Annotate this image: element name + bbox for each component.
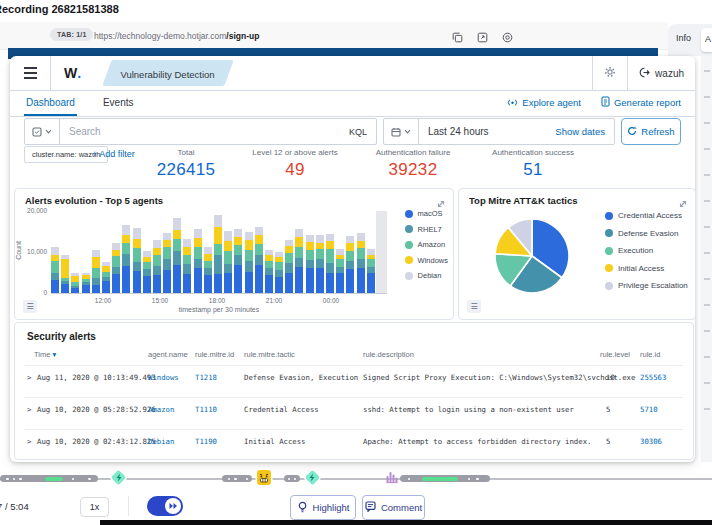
stacked-bar[interactable] [183, 211, 191, 293]
stacked-bar[interactable] [306, 211, 314, 293]
refresh-button[interactable]: Refresh [621, 118, 681, 145]
bar-segment-Windows [336, 255, 344, 260]
query-language-label[interactable]: KQL [349, 127, 376, 137]
stacked-bar[interactable] [265, 211, 273, 293]
column-header-rule-id[interactable]: rule.id [640, 350, 660, 359]
stacked-bar[interactable] [194, 211, 202, 293]
legend-item-defense-evasion[interactable]: Defense Evasion [605, 229, 688, 238]
stacked-bar[interactable] [82, 211, 90, 293]
stacked-bar[interactable] [316, 211, 324, 293]
legend-item-initial-access[interactable]: Initial Access [605, 264, 688, 273]
explore-agent-button[interactable]: Explore agent [507, 97, 581, 109]
show-dates-link[interactable]: Show dates [555, 126, 614, 137]
tab-events[interactable]: Events [101, 97, 136, 116]
menu-button[interactable] [10, 56, 51, 90]
lightning-marker-icon[interactable] [111, 470, 126, 485]
add-filter-link[interactable]: + Add filter [92, 149, 135, 159]
cell-agent-name[interactable]: Debian [148, 437, 174, 446]
stacked-bar[interactable] [357, 211, 365, 293]
legend-item-Debian[interactable]: Debian [405, 271, 448, 280]
stacked-bar[interactable] [51, 211, 59, 293]
playback-timeline[interactable] [0, 478, 712, 480]
stacked-bar[interactable] [122, 211, 130, 293]
cell-rule-id[interactable]: 255563 [640, 373, 666, 382]
legend-item-credential-access[interactable]: Credential Access [605, 211, 688, 220]
legend-item-Amazon[interactable]: Amazon [405, 240, 448, 249]
stacked-bar[interactable] [295, 211, 303, 293]
stacked-bar[interactable] [346, 211, 354, 293]
calendar-icon[interactable] [384, 119, 419, 144]
cell-agent-name[interactable]: Windows [148, 373, 179, 382]
cell-rule-id[interactable]: 30306 [640, 437, 662, 446]
cell-rule-mitre-id[interactable]: T1218 [195, 373, 217, 382]
stacked-bar[interactable] [275, 211, 283, 293]
playback-speed-button[interactable]: 1x [80, 497, 109, 517]
frustration-marker-icon[interactable] [257, 470, 271, 485]
breadcrumb[interactable]: Vulnerability Detection [102, 60, 234, 86]
popout-icon[interactable] [477, 29, 488, 47]
stacked-bar[interactable] [367, 211, 375, 293]
stacked-bar[interactable] [153, 211, 161, 293]
stacked-bar[interactable] [204, 211, 212, 293]
column-header-rule-description[interactable]: rule.description [363, 350, 414, 359]
legend-item-Windows[interactable]: Windows [405, 256, 448, 265]
row-expand-caret[interactable]: > [27, 405, 31, 414]
legend-item-macOS[interactable]: macOS [405, 209, 448, 218]
stacked-bar[interactable] [245, 211, 253, 293]
tab-next-partial[interactable]: A [701, 28, 712, 52]
stacked-bar[interactable] [133, 211, 141, 293]
pie-chart [492, 216, 572, 296]
row-expand-caret[interactable]: > [27, 437, 31, 446]
highlight-button[interactable]: Highlight [290, 495, 356, 520]
wazuh-logo[interactable]: W. [51, 56, 95, 90]
cell-agent-name[interactable]: Amazon [148, 405, 174, 414]
legend-toggle-icon[interactable]: ☰ [467, 300, 481, 313]
settings-button[interactable] [592, 56, 627, 90]
stacked-bar[interactable] [102, 211, 110, 293]
skip-pauses-toggle[interactable] [147, 496, 183, 516]
legend-item-privilege-escalation[interactable]: Privilege Escalation [605, 281, 688, 290]
bar-segment-Amazon [265, 261, 273, 268]
column-header-agent-name[interactable]: agent.name [148, 350, 188, 359]
cell-rule-id[interactable]: 5710 [640, 405, 658, 414]
lightning-marker-icon[interactable] [305, 470, 320, 485]
user-menu[interactable]: wazuh [627, 56, 695, 90]
stacked-bar[interactable] [71, 211, 79, 293]
stacked-bar[interactable] [163, 211, 171, 293]
bar-segment-Amazon [285, 253, 293, 263]
target-circle-icon[interactable] [502, 29, 513, 47]
stacked-bar[interactable] [92, 211, 100, 293]
legend-item-execution[interactable]: Execution [605, 246, 688, 255]
row-expand-caret[interactable]: > [27, 373, 31, 382]
stacked-bar[interactable] [173, 211, 181, 293]
column-header-rule-mitre-id[interactable]: rule.mitre.id [195, 350, 234, 359]
tab-dashboard[interactable]: Dashboard [24, 97, 77, 116]
generate-report-button[interactable]: Generate report [601, 96, 681, 109]
copy-icon[interactable] [452, 29, 463, 47]
activity-chart-marker-icon[interactable] [385, 470, 399, 484]
legend-toggle-icon[interactable]: ☰ [23, 300, 37, 313]
search-input[interactable]: Search KQL [24, 118, 377, 145]
cell-rule-mitre-id[interactable]: T1190 [195, 437, 217, 446]
stacked-bar[interactable] [336, 211, 344, 293]
stacked-bar[interactable] [143, 211, 151, 293]
stacked-bar[interactable] [61, 211, 69, 293]
cell-rule-mitre-id[interactable]: T1110 [195, 405, 217, 414]
stacked-bar[interactable] [285, 211, 293, 293]
time-range-picker[interactable]: Last 24 hours Show dates [383, 118, 615, 145]
stacked-bar[interactable] [214, 211, 222, 293]
comment-button[interactable]: Comment [362, 495, 425, 520]
stacked-bar[interactable] [112, 211, 120, 293]
saved-query-icon[interactable] [25, 119, 60, 144]
stacked-bar[interactable] [255, 211, 263, 293]
stacked-bar[interactable] [234, 211, 242, 293]
column-header-rule-mitre-tactic[interactable]: rule.mitre.tactic [244, 350, 295, 359]
tab-info[interactable]: Info [676, 33, 691, 43]
legend-item-RHEL7[interactable]: RHEL7 [405, 225, 448, 234]
timeline-activity-pill[interactable] [284, 475, 300, 482]
stacked-bar[interactable] [326, 211, 334, 293]
sort-desc-icon[interactable]: ▾ [50, 350, 56, 359]
stacked-bar[interactable] [224, 211, 232, 293]
column-header-time[interactable]: Time ▾ [34, 350, 56, 359]
column-header-rule-level[interactable]: rule.level [600, 350, 630, 359]
